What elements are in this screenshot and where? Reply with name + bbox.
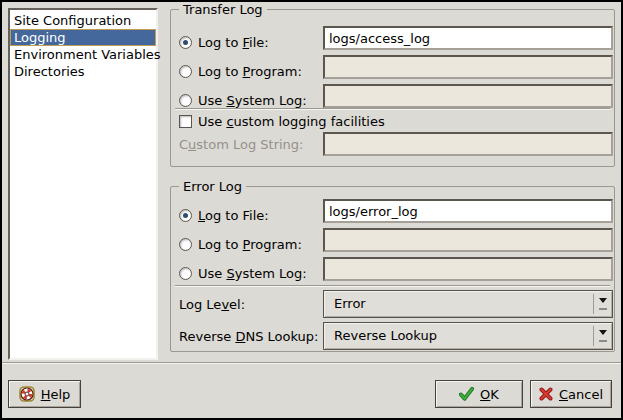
error-log-frame: Error Log Log to File: Log to Program: U… xyxy=(170,186,615,352)
sidebar-item-directories[interactable]: Directories xyxy=(10,63,156,80)
httpd-logging-dialog: Site Configuration Logging Environment V… xyxy=(0,0,623,420)
error-log-to-program-radio[interactable] xyxy=(179,238,192,251)
section-list: Site Configuration Logging Environment V… xyxy=(8,8,158,360)
sidebar-item-site-configuration[interactable]: Site Configuration xyxy=(10,12,156,29)
dropdown-arrow-icon xyxy=(593,326,612,346)
custom-log-string-label: Custom Log String: xyxy=(179,136,303,153)
log-level-dropdown[interactable]: Error xyxy=(323,290,613,318)
transfer-use-system-log-label: Use System Log: xyxy=(198,92,307,109)
sidebar-item-environment-variables[interactable]: Environment Variables xyxy=(10,46,156,63)
error-system-log-input xyxy=(323,257,613,281)
error-log-program-input xyxy=(323,228,613,252)
error-log-to-program-label: Log to Program: xyxy=(198,236,302,253)
error-log-file-input[interactable] xyxy=(323,199,613,223)
error-log-title: Error Log xyxy=(179,178,246,195)
ok-button-label: OK xyxy=(480,387,499,402)
action-area-separator xyxy=(2,362,621,364)
custom-logging-facilities-label: Use custom logging facilities xyxy=(198,113,385,130)
error-use-system-log-label: Use System Log: xyxy=(198,265,307,282)
transfer-use-system-log-radio[interactable] xyxy=(179,94,192,107)
ok-check-icon xyxy=(459,387,474,401)
help-button-label: Help xyxy=(41,387,71,402)
custom-logging-facilities-checkbox[interactable] xyxy=(179,115,192,128)
transfer-log-to-file-label: Log to File: xyxy=(198,34,269,51)
log-level-value: Error xyxy=(324,291,593,317)
transfer-system-log-input xyxy=(323,84,613,108)
error-log-separator xyxy=(175,285,610,287)
help-lifering-icon xyxy=(19,386,35,402)
cancel-button[interactable]: Cancel xyxy=(530,380,612,408)
transfer-log-to-program-radio[interactable] xyxy=(179,65,192,78)
transfer-log-file-input[interactable] xyxy=(323,26,613,50)
transfer-log-separator xyxy=(175,108,610,110)
reverse-dns-value: Reverse Lookup xyxy=(324,323,593,349)
custom-log-string-input xyxy=(323,132,613,156)
cancel-x-icon xyxy=(539,387,553,401)
sidebar-item-logging[interactable]: Logging xyxy=(10,29,156,46)
transfer-log-title: Transfer Log xyxy=(179,1,267,18)
error-log-to-file-radio[interactable] xyxy=(179,209,192,222)
help-button[interactable]: Help xyxy=(8,380,81,408)
transfer-log-frame: Transfer Log Log to File: Log to Program… xyxy=(170,9,615,167)
cancel-button-label: Cancel xyxy=(559,387,603,402)
error-use-system-log-radio[interactable] xyxy=(179,267,192,280)
transfer-log-to-program-label: Log to Program: xyxy=(198,63,302,80)
reverse-dns-dropdown[interactable]: Reverse Lookup xyxy=(323,322,613,350)
dropdown-arrow-icon xyxy=(593,294,612,314)
log-level-label: Log Level: xyxy=(179,296,245,313)
error-log-to-file-label: Log to File: xyxy=(198,207,269,224)
reverse-dns-label: Reverse DNS Lookup: xyxy=(179,328,318,345)
ok-button[interactable]: OK xyxy=(435,380,523,408)
transfer-log-program-input xyxy=(323,55,613,79)
transfer-log-to-file-radio[interactable] xyxy=(179,36,192,49)
